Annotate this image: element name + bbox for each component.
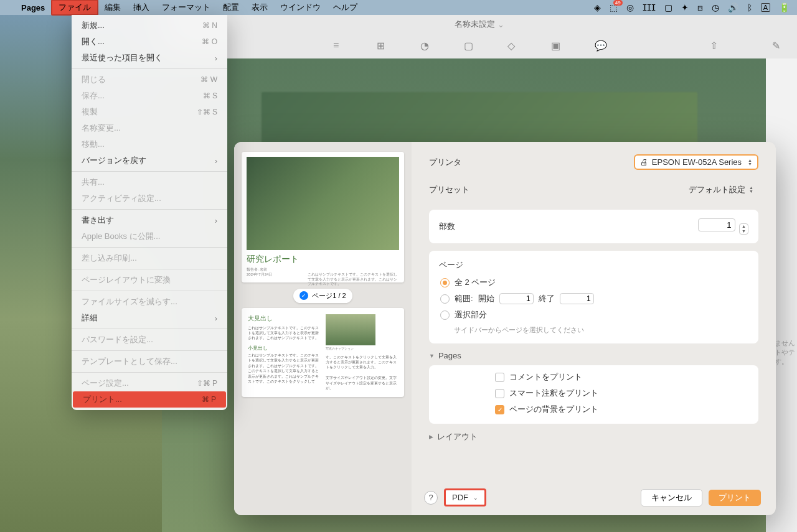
printer-icon: 🖨 <box>640 157 648 167</box>
copies-input[interactable] <box>698 218 735 231</box>
print-button[interactable]: プリント <box>709 490 761 506</box>
menu-item: 名称変更... <box>72 120 227 136</box>
input-source[interactable]: A <box>761 3 770 12</box>
preview-page-2[interactable]: 大見出し これはサンプルテキストです。このテキストを選択して文章を入力すると表示… <box>242 308 404 398</box>
chevron-right-icon: › <box>215 156 217 166</box>
menu-item[interactable]: 最近使った項目を開く› <box>72 50 227 66</box>
shape-icon[interactable]: ◇ <box>507 40 520 52</box>
menu-item: テンプレートとして保存... <box>72 353 227 370</box>
menu-item: 閉じる⌘ W <box>72 72 227 88</box>
checkbox-smart[interactable] <box>495 389 504 398</box>
print-dialog: 研究レポート 報告者: 名前2024年7月24日 これはサンプルテキストです。こ… <box>234 142 776 515</box>
menu-item: 保存...⌘ S <box>72 88 227 104</box>
chevron-right-icon: › <box>215 216 217 225</box>
menu-format[interactable]: フォーマット <box>156 1 217 14</box>
menu-file[interactable]: ファイル <box>51 0 98 16</box>
format-icon[interactable]: ✎ <box>772 40 785 52</box>
menu-help[interactable]: ヘルプ <box>327 1 364 14</box>
sync-icon[interactable]: ◎ <box>626 2 634 12</box>
chevron-down-icon: ▼ <box>429 353 435 359</box>
pages-label: ページ <box>439 259 748 271</box>
textbox-icon[interactable]: ▢ <box>464 40 476 52</box>
opt-bg-label: ページの背景をプリント <box>509 404 598 415</box>
print-preview-pane: 研究レポート 報告者: 名前2024年7月24日 これはサンプルテキストです。こ… <box>234 142 412 515</box>
pages-toolbar: ☰ ⊞ ≡ ⊞ ◔ ▢ ◇ ▣ 💬 ⇧ ✎ <box>162 34 797 58</box>
menu-item: ページレイアウトに変換 <box>72 272 227 288</box>
bars-icon[interactable]: ⵊⵊⵊ <box>643 2 656 12</box>
share-icon[interactable]: ⇧ <box>710 40 722 52</box>
chart-icon[interactable]: ◔ <box>420 40 433 52</box>
page-indicator[interactable]: ✓ ページ1 / 2 <box>293 289 352 303</box>
menu-arrange[interactable]: 配置 <box>217 1 245 14</box>
radio-all-pages[interactable] <box>440 278 450 287</box>
pin-icon[interactable]: ✦ <box>681 2 689 12</box>
menu-item: 複製⇧⌘ S <box>72 104 227 120</box>
printer-value: EPSON EW-052A Series <box>652 157 742 167</box>
comment-icon[interactable]: 💬 <box>595 40 607 52</box>
preset-label: プリセット <box>429 184 485 195</box>
radio-selection[interactable] <box>440 310 450 320</box>
chevron-right-icon: › <box>215 54 217 63</box>
menu-window[interactable]: ウインドウ <box>274 1 327 14</box>
menu-item[interactable]: 新規...⌘ N <box>72 17 227 34</box>
window-title: 名称未設定⌄ <box>162 15 797 34</box>
chevron-updown-icon: ▲▼ <box>748 159 752 166</box>
preview-title: 研究レポート <box>247 254 399 265</box>
bluetooth-icon[interactable]: ᛒ <box>747 2 752 12</box>
battery-icon[interactable]: 🔋 <box>779 2 790 12</box>
display-icon[interactable]: ▢ <box>664 2 672 12</box>
preview-page-1[interactable]: 研究レポート 報告者: 名前2024年7月24日 これはサンプルテキストです。こ… <box>242 152 404 282</box>
chevron-down-icon: ⌄ <box>473 495 478 501</box>
unity-icon[interactable]: ◈ <box>594 2 601 12</box>
menu-item: アクティビティ設定... <box>72 190 227 207</box>
copies-label: 部数 <box>439 221 455 232</box>
copies-stepper[interactable]: ▲▼ <box>739 223 748 235</box>
menubar: Pages ファイル 編集 挿入 フォーマット 配置 表示 ウインドウ ヘルプ … <box>0 0 797 15</box>
help-button[interactable]: ? <box>424 491 438 505</box>
print-settings-pane: プリンタ 🖨 EPSON EW-052A Series ▲▼ プリセット デフォ… <box>412 142 776 515</box>
preview-hero-image <box>247 157 399 250</box>
range-end-label: 終了 <box>539 293 555 304</box>
menu-item: プリント...⌘ P <box>73 391 226 408</box>
range-start-label: 開始 <box>478 293 494 304</box>
menu-item[interactable]: 開く...⌘ O <box>72 34 227 50</box>
preset-value: デフォルト設定 <box>689 184 745 195</box>
chevron-updown-icon: ▲▼ <box>749 186 753 194</box>
volume-icon[interactable]: 🔊 <box>728 2 738 12</box>
preview-meta: 報告者: 名前2024年7月24日 これはサンプルテキストです。このテキストを選… <box>247 268 399 278</box>
chevron-right-icon: › <box>215 314 217 323</box>
radio-range[interactable] <box>440 294 450 304</box>
menu-item: パスワードを設定... <box>72 332 227 348</box>
menu-item: 共有... <box>72 174 227 190</box>
pdf-button[interactable]: PDF ⌄ <box>444 488 486 506</box>
menu-item[interactable]: 詳細› <box>72 310 227 326</box>
checkbox-comments[interactable] <box>495 373 504 382</box>
menu-item[interactable]: バージョンを戻す› <box>72 152 227 169</box>
cancel-button[interactable]: キャンセル <box>641 489 702 506</box>
text-icon[interactable]: ≡ <box>333 40 346 52</box>
media-icon[interactable]: ▣ <box>551 40 564 52</box>
menu-view[interactable]: 表示 <box>245 1 274 14</box>
menu-edit[interactable]: 編集 <box>98 1 127 14</box>
opt-comments-label: コメントをプリント <box>509 371 582 383</box>
stage-icon[interactable]: ⧈ <box>697 2 703 13</box>
checkbox-bg[interactable]: ✓ <box>495 405 504 414</box>
disclosure-layout[interactable]: ▶ レイアウト <box>429 431 758 442</box>
menu-item[interactable]: 書き出す› <box>72 212 227 228</box>
printer-select[interactable]: 🖨 EPSON EW-052A Series ▲▼ <box>634 154 758 170</box>
dropbox-icon[interactable]: ⬚ <box>610 2 618 12</box>
table-icon[interactable]: ⊞ <box>377 40 389 52</box>
clock-icon[interactable]: ◷ <box>712 2 719 12</box>
preset-select[interactable]: デフォルト設定 ▲▼ <box>684 182 758 197</box>
menu-item: 移動... <box>72 136 227 152</box>
range-start-input[interactable] <box>499 293 534 304</box>
disclosure-pages[interactable]: ▼ Pages <box>429 351 758 360</box>
selection-hint: サイドバーからページを選択してください <box>454 325 748 335</box>
range-label: 範囲: <box>455 293 473 304</box>
all-pages-label: 全 2 ページ <box>455 277 496 288</box>
menu-insert[interactable]: 挿入 <box>127 1 156 14</box>
app-name[interactable]: Pages <box>15 2 51 14</box>
menubar-status: ◈ ⬚ ◎ ⵊⵊⵊ ▢ ✦ ⧈ ◷ 🔊 ᛒ A 🔋 <box>594 2 790 13</box>
printer-label: プリンタ <box>429 157 485 168</box>
range-end-input[interactable] <box>560 293 594 304</box>
